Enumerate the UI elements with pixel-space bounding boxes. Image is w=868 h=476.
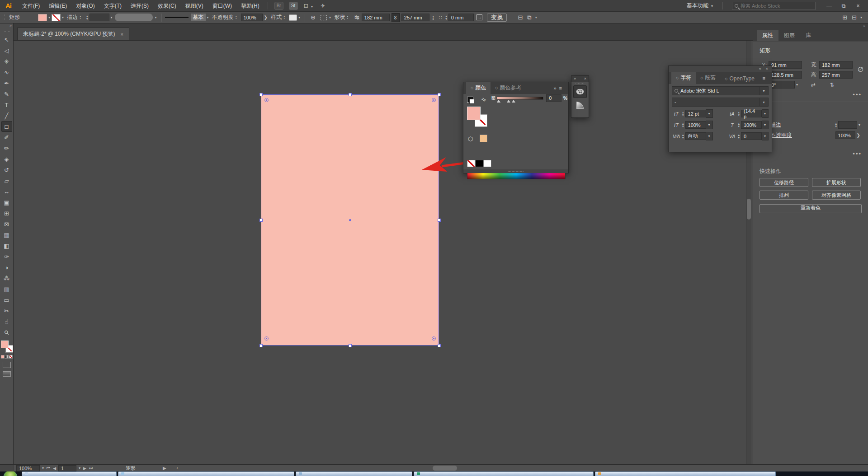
screen-mode-icon[interactable] [3, 371, 11, 377]
panel-list-icon[interactable]: ⊟ [852, 14, 857, 21]
panel-close-icon[interactable]: × [766, 66, 768, 72]
tool-mesh[interactable]: ▦ [1, 229, 12, 240]
live-corner-widget-top-right[interactable] [432, 98, 436, 102]
share-icon[interactable]: ✈ [321, 3, 325, 9]
taskbar-window-button[interactable] [22, 471, 117, 476]
search-input[interactable] [741, 3, 813, 9]
tool-shaper[interactable]: ✏ [1, 143, 12, 154]
stroke-weight-field[interactable] [90, 14, 109, 21]
tool-column-graph[interactable]: ▥ [1, 284, 12, 294]
selection-handle-bottom-center[interactable] [349, 344, 352, 347]
panel-menu-icon[interactable]: ≡ [559, 85, 565, 91]
font-size-field[interactable]: 12 pt [685, 110, 706, 117]
brush-dropdown-icon[interactable]: ▾ [155, 15, 157, 19]
slider-track[interactable] [497, 97, 543, 100]
gradient-panel-icon[interactable] [573, 99, 587, 112]
tool-lasso[interactable]: ∿ [1, 67, 12, 78]
select-similar-dropdown-icon[interactable]: ▾ [329, 15, 331, 19]
vertical-scale-dropdown-icon[interactable]: ▾ [706, 121, 713, 129]
tracking-stepper[interactable]: ▴▾ [738, 134, 740, 139]
stroke-color-swatch[interactable] [52, 14, 61, 21]
tool-slice[interactable]: ✂ [1, 305, 12, 316]
opacity-field[interactable]: 100% [241, 14, 263, 21]
graphic-style-swatch[interactable] [289, 14, 297, 21]
white-swatch[interactable] [483, 160, 491, 167]
panel-menu-icon[interactable]: ≡ [763, 75, 768, 81]
panel-list-dropdown-icon[interactable]: ▾ [860, 15, 862, 19]
taskbar-window-button[interactable] [414, 471, 594, 476]
height-field[interactable]: 257 mm [819, 71, 853, 79]
menu-edit[interactable]: 编辑(E) [44, 0, 71, 12]
selection-handle-top-right[interactable] [438, 93, 441, 96]
tab-close-icon[interactable]: × [121, 32, 123, 37]
leading-field[interactable]: (14.4 p [741, 110, 762, 117]
live-corner-widget-bottom-right[interactable] [432, 336, 436, 341]
opacity-link[interactable]: 不透明度 [770, 131, 792, 139]
menu-select[interactable]: 选择(S) [126, 0, 153, 12]
panel-expand-icon[interactable]: » [553, 85, 559, 91]
leading-dropdown-icon[interactable]: ▾ [762, 109, 769, 118]
gamut-warning-swatch[interactable] [480, 135, 487, 142]
font-family-dropdown-icon[interactable]: ▾ [760, 86, 769, 95]
shape-height-field[interactable]: 257 mm [401, 14, 429, 21]
tools-grip[interactable] [4, 31, 10, 33]
vertical-scale-field[interactable]: 100% [685, 121, 706, 129]
select-similar-icon[interactable] [321, 15, 327, 20]
panel-tab-color[interactable]: ◇颜色 [466, 82, 491, 94]
tool-eraser[interactable]: ◈ [1, 154, 12, 164]
tool-direct-selection[interactable]: ◁ [1, 45, 12, 56]
font-family-field[interactable]: Adobe 宋体 Std L [672, 86, 760, 95]
x-field[interactable]: 91 mm [769, 61, 802, 69]
horizontal-scrollbar[interactable] [190, 465, 751, 471]
font-size-dropdown-icon[interactable]: ▾ [706, 109, 713, 118]
stock-icon[interactable]: St [289, 2, 298, 10]
shape-width-field[interactable]: 182 mm [362, 14, 390, 21]
tool-free-transform[interactable]: ▣ [1, 197, 12, 208]
start-button[interactable] [3, 471, 18, 476]
swap-fill-stroke-icon[interactable]: ⇄ [480, 96, 487, 103]
zoom-dropdown-icon[interactable]: ▾ [42, 466, 44, 470]
dock-tab-properties[interactable]: 属性 [757, 30, 778, 41]
taskbar-window-button[interactable] [296, 471, 412, 476]
tool-pen[interactable]: ✒ [1, 78, 12, 89]
tool-blend[interactable]: ◑ [1, 262, 12, 273]
constrain-proportions-button[interactable]: ∞ [392, 13, 400, 22]
crop-image-icon[interactable] [476, 14, 482, 20]
out-of-gamut-cube-icon[interactable]: ⬡ [468, 135, 473, 142]
selection-handle-bottom-right[interactable] [438, 344, 441, 347]
fill-stroke-indicator[interactable] [1, 341, 13, 352]
color-mode-icon[interactable] [1, 355, 5, 359]
panel-collapse-icon[interactable]: « [759, 66, 761, 72]
font-size-stepper[interactable]: ▴▾ [682, 111, 684, 117]
selection-handle-top-center[interactable] [349, 93, 352, 96]
gradient-mode-icon[interactable] [5, 355, 9, 359]
first-artboard-icon[interactable]: ⏮ [47, 466, 50, 471]
dock-tab-libraries[interactable]: 库 [800, 30, 816, 41]
selection-handle-middle-left[interactable] [259, 219, 263, 222]
close-button[interactable]: × [852, 1, 864, 10]
corner-radius-stepper[interactable]: ▴▾ [445, 15, 447, 20]
tool-shape-builder[interactable]: ⊞ [1, 208, 12, 219]
stroke-weight-field[interactable] [838, 121, 857, 129]
style-dropdown-icon[interactable]: ▾ [298, 15, 300, 19]
dock-tab-layers[interactable]: 图层 [778, 30, 800, 41]
stroke-weight-dropdown-icon[interactable]: ▾ [111, 15, 113, 19]
slider-handle[interactable] [497, 100, 500, 103]
tool-type[interactable]: T [1, 99, 12, 110]
mini-fill-stroke-icon[interactable] [467, 97, 473, 103]
vertical-scrollbar-thumb[interactable] [747, 199, 751, 219]
tool-rectangle[interactable]: □ [1, 121, 12, 132]
selection-handle-top-left[interactable] [259, 93, 263, 96]
tool-artboard[interactable]: ▭ [1, 294, 12, 305]
document-tab[interactable]: 未标题-2* @ 100% (CMYK/GPU 预览) × [17, 28, 129, 40]
expand-shape-button[interactable]: 扩展形状 [812, 178, 861, 187]
flip-icons[interactable]: ⇄ ⇅ [811, 82, 840, 88]
stroke-style-dropdown[interactable]: 基本▾ [165, 14, 210, 21]
panel-tab-character[interactable]: ◇字符 [671, 72, 696, 84]
workspace-switcher[interactable]: 基本功能▾ [687, 2, 714, 9]
selection-handle-bottom-left[interactable] [259, 344, 263, 347]
tracking-field[interactable]: 0 [741, 132, 762, 140]
kerning-field[interactable]: 自动 [685, 132, 706, 140]
last-artboard-icon[interactable]: ⏭ [89, 466, 93, 471]
tool-rotate[interactable]: ↺ [1, 164, 12, 175]
